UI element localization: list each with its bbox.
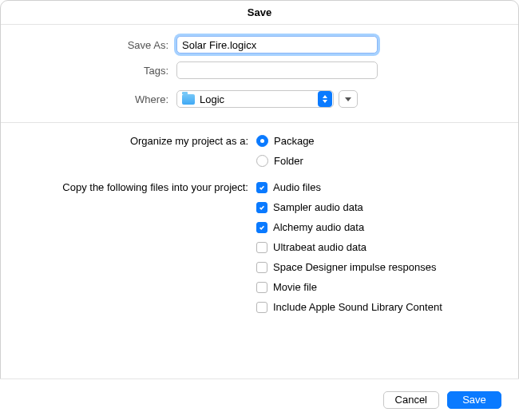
- copy-label: Copy the following files into your proje…: [1, 181, 256, 193]
- folder-icon: [182, 94, 195, 105]
- cancel-button[interactable]: Cancel: [383, 391, 439, 409]
- popup-stepper-icon: [318, 91, 332, 107]
- save-as-label: Save As:: [25, 39, 176, 51]
- checkbox-space-designer[interactable]: [256, 262, 267, 273]
- where-popup[interactable]: Logic: [176, 90, 334, 108]
- checkbox-alchemy-audio[interactable]: [256, 222, 267, 233]
- checkbox-movie-file[interactable]: [256, 282, 267, 293]
- chevron-down-icon: [345, 97, 351, 101]
- checkbox-audio-files[interactable]: [256, 182, 267, 193]
- checkbox-ultrabeat-audio-label: Ultrabeat audio data: [273, 241, 366, 253]
- tags-label: Tags:: [25, 65, 176, 77]
- checkbox-sampler-audio-label: Sampler audio data: [273, 201, 363, 213]
- checkbox-audio-files-label: Audio files: [273, 181, 321, 193]
- checkbox-apple-sound-library[interactable]: [256, 302, 267, 313]
- where-label: Where:: [25, 93, 176, 105]
- radio-package[interactable]: [256, 135, 268, 147]
- organize-label: Organize my project as a:: [1, 135, 256, 147]
- checkbox-ultrabeat-audio[interactable]: [256, 242, 267, 253]
- save-button[interactable]: Save: [447, 391, 501, 409]
- radio-folder-label: Folder: [274, 155, 303, 167]
- expand-disclosure-button[interactable]: [339, 90, 358, 108]
- checkbox-sampler-audio[interactable]: [256, 202, 267, 213]
- where-value: Logic: [200, 93, 318, 105]
- save-as-input[interactable]: [176, 36, 378, 53]
- radio-folder[interactable]: [256, 155, 268, 167]
- radio-package-label: Package: [274, 135, 315, 147]
- checkbox-apple-sound-library-label: Include Apple Sound Library Content: [273, 301, 442, 313]
- tags-input[interactable]: [176, 61, 378, 79]
- checkbox-space-designer-label: Space Designer impulse responses: [273, 261, 437, 273]
- checkbox-movie-file-label: Movie file: [273, 281, 317, 293]
- dialog-title: Save: [1, 1, 518, 25]
- checkbox-alchemy-audio-label: Alchemy audio data: [273, 221, 364, 233]
